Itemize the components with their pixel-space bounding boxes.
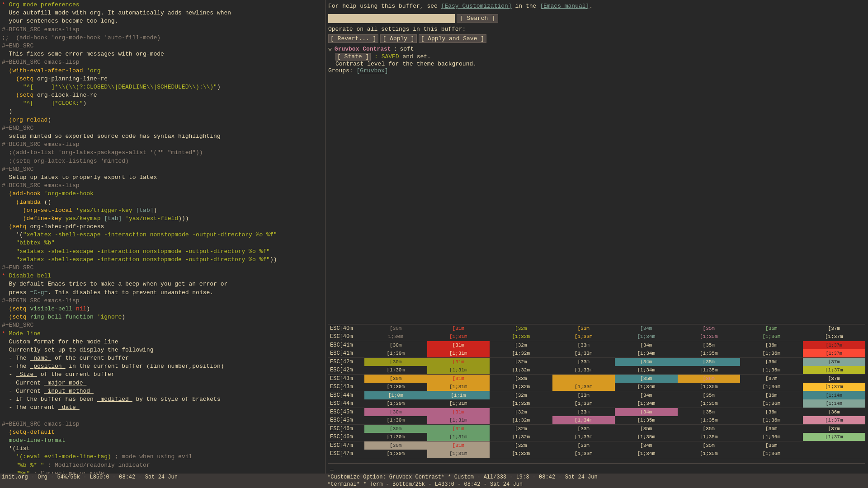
term-label-41-top: ESC[41m — [328, 341, 364, 349]
term-cells-43-bot: [1;30m [1;31m [1;32m [1;33m [1;34m [1;35… — [364, 383, 865, 391]
term-cell — [803, 450, 866, 458]
term-cell: [1;31m — [427, 366, 490, 374]
term-cell: [33m — [490, 375, 552, 383]
term-cell: [32m — [490, 324, 552, 333]
term-cell: [1;36m — [740, 333, 803, 341]
term-cell: [1;30m — [364, 399, 427, 408]
terminal-row-45: ESC[45m ESC[45m [30m [31m [32m [33m [34m… — [328, 408, 865, 425]
term-cell: [33m — [552, 408, 615, 416]
term-cell: [33m — [552, 391, 615, 399]
term-cell: [1;32m — [490, 433, 552, 441]
term-label-40-bot: ESC[40m — [328, 333, 364, 341]
term-cell: [1;36m — [740, 349, 803, 357]
term-cell: [1;33m — [552, 333, 615, 341]
term-cell: [1;35m — [678, 433, 741, 441]
term-label-44-top: ESC[44m — [328, 391, 364, 399]
term-cell: [30m — [364, 341, 427, 349]
gruvbox-group-link[interactable]: [Gruvbox] — [356, 67, 388, 74]
term-label-43-bot: ESC[43m — [328, 383, 364, 391]
state-button[interactable]: [ State ] — [335, 53, 371, 61]
term-cell: [37m — [740, 375, 803, 383]
apply-button[interactable]: [ Apply ] — [380, 34, 416, 43]
search-input[interactable] — [328, 14, 455, 23]
term-cell: [1;30m — [364, 433, 427, 441]
term-cell: [34m — [615, 441, 678, 450]
term-label-46-bot: ESC[46m — [328, 433, 364, 441]
help-prefix: For help using this buffer, see — [328, 3, 438, 9]
term-cell: [37m — [803, 358, 866, 366]
term-label-47-bot: ESC[47m — [328, 450, 364, 458]
term-cell: [35m — [678, 408, 741, 416]
term-cell: [34m — [615, 391, 678, 399]
easy-customization-link[interactable]: [Easy Customization] — [441, 3, 512, 9]
term-cell: [1;37m — [803, 341, 866, 349]
term-cell: [1;30m — [364, 349, 427, 357]
term-cell: [1;36m — [740, 366, 803, 374]
term-cell: [30m — [364, 408, 427, 416]
in-the-text: in the — [515, 3, 537, 9]
state-saved-text: : SAVED — [374, 53, 399, 60]
groups-line: Groups: [Gruvbox] — [328, 67, 865, 74]
term-cell: [35m — [678, 358, 741, 366]
status-bars-row: init.org - Org - 54%/55k - L850:0 - 08:4… — [0, 474, 868, 481]
term-cell: [1;1m — [427, 391, 490, 399]
term-label-42-top: ESC[42m — [328, 358, 364, 366]
apply-save-button[interactable]: [ Apply and Save ] — [419, 34, 486, 43]
left-status-bar: init.org - Org - 54%/55k - L850:0 - 08:4… — [0, 474, 326, 481]
term-cell — [803, 441, 866, 450]
term-cell: [33m — [552, 324, 615, 333]
state-line: [ State ] : SAVED and set. — [328, 53, 865, 61]
term-cell: [37m — [803, 375, 866, 383]
term-label-44-bot: ESC[44m — [328, 399, 364, 408]
term-cell: [33m — [552, 425, 615, 433]
term-cell: [32m — [490, 358, 552, 366]
term-label-47-top: ESC[47m — [328, 441, 364, 450]
term-cell: [1;37m — [803, 349, 866, 357]
term-label-43-top: ESC[43m — [328, 375, 364, 383]
search-button[interactable]: [ Search ] — [457, 14, 498, 23]
term-cells-42-top: [30m [31m [32m [33m [34m [35m [36m [37m — [364, 358, 865, 366]
term-cell: [1;35m — [678, 416, 741, 424]
term-cells-42-bot: [1;30m [1;31m [1;32m [1;33m [1;34m [1;35… — [364, 366, 865, 374]
term-label-45-top: ESC[45m — [328, 408, 364, 416]
terminal-row-44: ESC[44m ESC[44m [1;0m [1;1m [32m [33m [3… — [328, 391, 865, 408]
search-bar: [ Search ] — [328, 14, 865, 23]
emacs-manual-link[interactable]: [Emacs manual] — [540, 3, 589, 9]
term-cell: [35m — [678, 425, 741, 433]
term-cell: [31m — [427, 441, 490, 450]
operate-label: Operate on all settings in this buffer: — [328, 26, 865, 33]
term-cell: [1;30m — [364, 416, 427, 424]
term-cell: [1;33m — [552, 433, 615, 441]
term-cell: [1;37m — [803, 383, 866, 391]
term-cell: [1;32m — [490, 366, 552, 374]
term-cell: [1;35m — [615, 416, 678, 424]
term-cell: [31m — [427, 375, 490, 383]
term-label-40-top: ESC[40m — [328, 324, 364, 333]
term-cells-44-top: [1;0m [1;1m [32m [33m [34m [35m [36m [1;… — [364, 391, 865, 399]
term-cell: [34m — [615, 324, 678, 333]
term-cells-41-top: [30m [31m [32m [33m [34m [35m [36m [1;37… — [364, 341, 865, 349]
term-cell: [1;35m — [678, 349, 741, 357]
term-cell: [1;35m — [678, 450, 741, 458]
term-cell: [1;36m — [740, 416, 803, 424]
revert-button[interactable]: [ Revert... ] — [328, 34, 378, 43]
state-and-set: and set. — [402, 53, 430, 60]
editor-content: * Org mode preferences Use autofill mode… — [2, 1, 323, 474]
terminal-color-grid: ESC[40m ESC[40m [30m [31m [32m [33m [34m… — [328, 324, 865, 472]
term-cell: [35m — [678, 441, 741, 450]
term-cell: [1;30m — [364, 450, 427, 458]
term-cell: [34m — [615, 408, 678, 416]
term-cell: [36m — [740, 425, 803, 433]
term-cell: [35m — [615, 425, 678, 433]
term-cell: [1;32m — [490, 416, 552, 424]
term-cell: [1;37m — [803, 433, 866, 441]
term-cell: [30m — [364, 375, 427, 383]
term-cell: [32m — [490, 441, 552, 450]
term-cell: [1;0m — [364, 391, 427, 399]
collapse-triangle[interactable]: ▽ — [328, 46, 332, 53]
term-cell: [36m — [740, 408, 803, 416]
right-customize-panel: For help using this buffer, see [Easy Cu… — [326, 0, 868, 474]
operate-buttons: [ Revert... ] [ Apply ] [ Apply and Save… — [328, 34, 865, 43]
term-cell: [1;34m — [615, 366, 678, 374]
gruvbox-colon: : — [394, 46, 397, 52]
